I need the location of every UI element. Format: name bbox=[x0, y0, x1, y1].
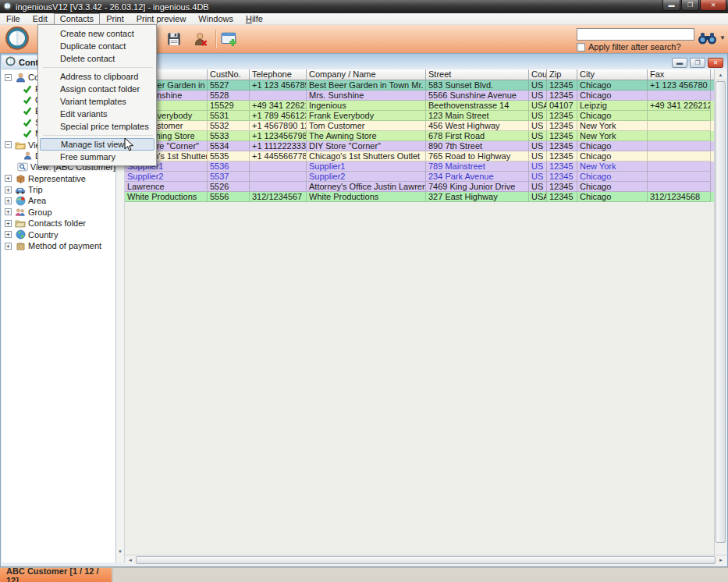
table-vertical-scrollbar[interactable]: ▲ bbox=[714, 69, 726, 555]
tree-item-label: Method of payment bbox=[28, 241, 101, 250]
vertical-scroll-thumb[interactable] bbox=[716, 81, 726, 543]
column-header-telephone[interactable]: Telephone bbox=[250, 69, 307, 80]
app-logo-icon-large bbox=[5, 26, 30, 52]
search-options-caret-icon[interactable]: ▼ bbox=[719, 34, 726, 41]
tree-item-area[interactable]: +Area bbox=[2, 195, 115, 206]
menu-item-delete-contact[interactable]: Delete contact bbox=[40, 52, 154, 65]
search-input[interactable] bbox=[577, 28, 694, 41]
cell-street: 456 West Highway bbox=[426, 121, 529, 131]
menu-item-free-summary[interactable]: Free summary bbox=[40, 151, 154, 163]
column-header-fax[interactable]: Fax bbox=[648, 69, 711, 80]
close-button[interactable]: ✕ bbox=[700, 0, 726, 11]
expand-icon[interactable]: + bbox=[5, 243, 12, 250]
expand-icon[interactable]: + bbox=[5, 175, 12, 182]
scroll-left-icon[interactable]: ◄ bbox=[125, 555, 136, 565]
cell-zip: 12345 bbox=[547, 151, 577, 161]
table-row[interactable]: Tom Customer5532+1 4567890 123Tom Custom… bbox=[125, 121, 714, 131]
table-row[interactable]: 15529+49 341 226210IngeniousBeethovenstr… bbox=[125, 101, 714, 111]
menu-print[interactable]: Print bbox=[100, 13, 130, 25]
group-icon bbox=[15, 208, 26, 217]
column-header-zip[interactable]: Zip bbox=[547, 69, 577, 80]
column-header-custno-[interactable]: CustNo. bbox=[208, 69, 250, 80]
tree-item-country[interactable]: +Country bbox=[2, 229, 115, 240]
sidebar-scroll-down-icon[interactable]: ▼ bbox=[116, 547, 124, 556]
column-header-street[interactable]: Street bbox=[426, 69, 529, 80]
check-icon bbox=[22, 129, 33, 138]
scroll-up-icon[interactable]: ▲ bbox=[715, 69, 726, 80]
child-minimize-button[interactable]: ▬ bbox=[672, 58, 687, 68]
column-header-city[interactable]: City bbox=[577, 69, 648, 80]
expand-icon[interactable]: + bbox=[5, 231, 12, 238]
cell-zip: 12345 bbox=[547, 161, 577, 172]
expand-icon[interactable]: + bbox=[5, 220, 12, 227]
menu-item-address-to-clipboard[interactable]: Address to clipboard bbox=[40, 70, 154, 83]
tree-item-label: Area bbox=[28, 196, 46, 205]
cell-fax bbox=[648, 141, 711, 151]
expand-icon[interactable]: + bbox=[5, 208, 12, 215]
cell-zip: 12345 bbox=[547, 192, 577, 202]
cell-phone: +1 123456798 bbox=[250, 131, 307, 141]
menu-print-preview[interactable]: Print preview bbox=[130, 13, 193, 25]
menu-item-manage-list-views[interactable]: Manage list views bbox=[40, 138, 154, 151]
cell-fax bbox=[648, 121, 711, 131]
collapse-icon[interactable]: − bbox=[5, 74, 12, 81]
cell-phone: +1 4567890 123 bbox=[250, 121, 307, 131]
column-header-country[interactable]: Country bbox=[529, 69, 547, 80]
apply-filter-checkbox[interactable] bbox=[577, 43, 585, 51]
expand-icon[interactable]: + bbox=[5, 186, 12, 193]
minimize-button[interactable]: ▬ bbox=[662, 0, 680, 11]
menu-edit[interactable]: Edit bbox=[27, 13, 54, 25]
cell-company: White Productions bbox=[307, 192, 426, 202]
menu-item-assign-contact-folder[interactable]: Assign contact folder bbox=[40, 83, 154, 95]
horizontal-scroll-thumb[interactable] bbox=[136, 556, 716, 564]
table-row[interactable]: Frank Everybody5531+1 789 4561230Frank E… bbox=[125, 111, 714, 121]
column-header-company-name[interactable]: Company / Name bbox=[307, 69, 426, 80]
cell-country: USA bbox=[529, 101, 547, 111]
table-row[interactable]: Supplier25537Supplier2234 Park AvenueUS1… bbox=[125, 172, 714, 182]
table-row[interactable]: Mrs. Sunshine5528Mrs. Sunshine5566 Sunsh… bbox=[125, 90, 714, 101]
tree-item-method-of-payment[interactable]: +Method of payment bbox=[2, 240, 115, 251]
menu-windows[interactable]: Windows bbox=[192, 13, 240, 25]
contacts-menu-dropdown: Create new contactDuplicate contactDelet… bbox=[37, 24, 157, 166]
delete-contact-button[interactable] bbox=[190, 30, 211, 50]
menu-item-variant-templates[interactable]: Variant templates bbox=[40, 95, 154, 108]
cell-city: Chicago bbox=[577, 151, 648, 161]
child-restore-button[interactable]: ❐ bbox=[690, 58, 705, 68]
table-horizontal-scrollbar[interactable]: ◄ ► bbox=[125, 555, 726, 565]
menu-item-create-new-contact[interactable]: Create new contact bbox=[40, 27, 154, 40]
scroll-right-icon[interactable]: ► bbox=[716, 555, 726, 565]
tree-item-label: Contacts folder bbox=[28, 218, 86, 228]
cell-country: US bbox=[529, 111, 547, 121]
maximize-button[interactable]: ❐ bbox=[681, 0, 699, 11]
tree-item-contacts-folder[interactable]: +Contacts folder bbox=[2, 218, 115, 229]
status-view-tab[interactable]: ABC Customer [1 / 12 / 12] bbox=[0, 568, 113, 582]
menu-hilfe[interactable]: Hilfe bbox=[240, 13, 269, 25]
menu-item-special-price-templates[interactable]: Special price templates bbox=[40, 120, 154, 133]
menu-file[interactable]: File bbox=[0, 13, 27, 25]
child-close-button[interactable]: ✕ bbox=[708, 58, 723, 68]
cell-country: US bbox=[529, 182, 547, 192]
table-row[interactable]: DIY Store "Corner"5534+1 111222333DIY St… bbox=[125, 141, 714, 151]
collapse-icon[interactable]: − bbox=[5, 141, 12, 148]
menu-item-edit-variants[interactable]: Edit variants bbox=[40, 108, 154, 120]
menu-contacts[interactable]: Contacts bbox=[54, 13, 100, 25]
table-row[interactable]: The Awning Store5533+1 123456798The Awni… bbox=[125, 131, 714, 141]
search-binoculars-icon[interactable] bbox=[698, 31, 717, 47]
table-row[interactable]: White Productions5556312/1234567White Pr… bbox=[125, 192, 714, 202]
table-row[interactable]: Chicago's 1st Shutters Outlet5535+1 4455… bbox=[125, 151, 714, 161]
cell-city: New York bbox=[577, 161, 648, 172]
contacts-table: NameCustNo.TelephoneCompany / NameStreet… bbox=[125, 69, 714, 555]
tree-item-group[interactable]: +Group bbox=[2, 207, 115, 218]
cell-city: Leipzig bbox=[577, 101, 648, 111]
new-window-button[interactable] bbox=[219, 30, 240, 50]
tree-item-representative[interactable]: +Representative bbox=[2, 173, 115, 184]
cell-fax bbox=[648, 111, 711, 121]
table-row[interactable]: Best Beer Garden in TownM5527+1 123 4567… bbox=[125, 80, 714, 90]
expand-icon[interactable]: + bbox=[5, 197, 12, 204]
menu-item-duplicate-contact[interactable]: Duplicate contact bbox=[40, 40, 154, 52]
save-button[interactable] bbox=[164, 30, 184, 50]
cell-phone: 312/1234567 bbox=[250, 192, 307, 202]
table-row[interactable]: Lawrence5526Attorney's Office Justin Law… bbox=[125, 182, 714, 192]
tree-item-trip[interactable]: +Trip bbox=[2, 184, 115, 195]
table-row[interactable]: Supplier15536Supplier1789 MainstreetUS12… bbox=[125, 161, 714, 172]
